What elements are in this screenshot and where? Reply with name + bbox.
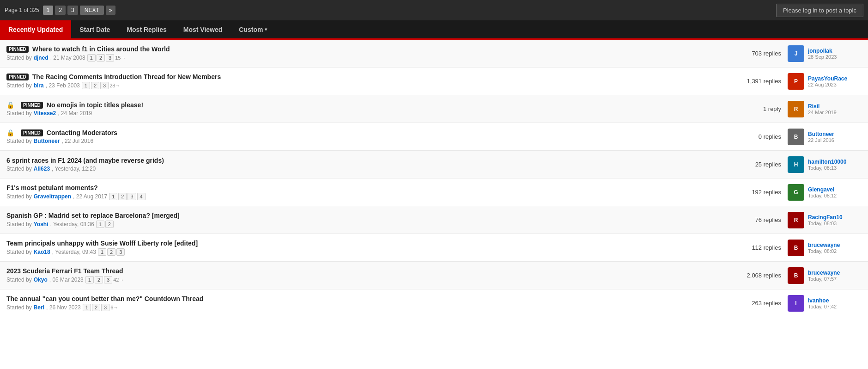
last-poster-username[interactable]: RacingFan10 <box>808 214 843 221</box>
table-row: Spanish GP : Madrid set to replace Barce… <box>0 206 868 234</box>
last-post-date: 24 Mar 2019 <box>808 110 837 115</box>
topic-start-date: , 23 Feb 2003 <box>46 82 80 89</box>
topic-start-date: , 21 May 2008 <box>50 55 85 61</box>
lock-icon: 🔒 <box>6 129 14 136</box>
topic-page-link[interactable]: 2 <box>91 82 99 89</box>
topic-title[interactable]: Spanish GP : Madrid set to replace Barce… <box>6 212 180 219</box>
started-by-username[interactable]: Okyo <box>34 277 48 283</box>
started-by-username[interactable]: Vitesse2 <box>34 110 56 117</box>
topic-page-link[interactable]: 2 <box>118 193 127 200</box>
topic-title-row: PINNED The Racing Comments Introduction … <box>6 73 728 80</box>
topic-page-link[interactable]: 1 <box>85 276 94 283</box>
page-links: 12 <box>96 221 114 228</box>
topic-page-link[interactable]: 3 <box>116 248 125 256</box>
login-button[interactable]: Please log in to post a topic <box>776 4 863 17</box>
last-poster-username[interactable]: Buttoneer <box>808 131 834 137</box>
topic-user: P PayasYouRace 22 Aug 2023 <box>788 73 862 90</box>
topic-page-link[interactable]: 1 <box>96 221 104 228</box>
tab-start-date[interactable]: Start Date <box>71 20 118 38</box>
avatar-inner: B <box>788 267 804 284</box>
topic-meta: Started by bira , 23 Feb 2003 12328→ <box>6 82 728 89</box>
page-1-btn[interactable]: 1 <box>43 6 54 15</box>
topic-title[interactable]: Where to watch f1 in Cities around the W… <box>32 45 170 53</box>
started-by-username[interactable]: bira <box>34 82 44 89</box>
started-by-username[interactable]: Beri <box>34 304 44 311</box>
avatar-inner: I <box>788 295 804 312</box>
topic-user: G Glengavel Today, 08:12 <box>788 184 862 201</box>
topic-page-link[interactable]: 2 <box>107 248 115 256</box>
avatar-inner: R <box>788 212 804 228</box>
topic-title-row: 🔒 PINNED No emojis in topic titles pleas… <box>6 101 728 109</box>
topic-meta: Started by djned , 21 May 2008 12315→ <box>6 54 728 62</box>
started-by-label: Started by <box>6 277 32 283</box>
topic-page-link[interactable]: 4 <box>137 193 146 200</box>
last-poster-username[interactable]: Glengavel <box>808 186 837 193</box>
last-poster-username[interactable]: PayasYouRace <box>808 75 847 82</box>
topic-page-link[interactable]: 3 <box>101 304 109 311</box>
topic-title[interactable]: Team principals unhappy with Susie Wolff… <box>6 240 198 247</box>
avatar: P <box>788 73 804 90</box>
next-arrow-btn[interactable]: » <box>106 6 115 15</box>
page-3-btn[interactable]: 3 <box>67 6 78 15</box>
replies-count: 25 replies <box>728 161 781 168</box>
started-by-username[interactable]: Graveltrappen <box>34 193 71 200</box>
user-info: Risil 24 Mar 2019 <box>808 103 837 115</box>
tab-recently-updated[interactable]: Recently Updated <box>0 20 71 38</box>
avatar-inner: J <box>788 45 804 62</box>
avatar-inner: G <box>788 184 804 201</box>
topic-page-link[interactable]: 2 <box>92 304 100 311</box>
topic-title[interactable]: 6 sprint races in F1 2024 (and maybe rev… <box>6 157 164 164</box>
topic-user: H hamilton10000 Today, 08:13 <box>788 156 862 173</box>
started-by-label: Started by <box>6 304 32 311</box>
page-2-btn[interactable]: 2 <box>55 6 66 15</box>
topic-replies: 1 reply <box>728 105 788 112</box>
last-poster-username[interactable]: hamilton10000 <box>808 159 846 165</box>
topic-page-link[interactable]: 1 <box>98 248 106 256</box>
started-by-username[interactable]: Yoshi <box>34 221 49 228</box>
topic-page-link[interactable]: 2 <box>105 221 114 228</box>
topic-page-link[interactable]: 1 <box>82 82 90 89</box>
next-btn[interactable]: NEXT <box>80 6 104 15</box>
topic-page-link[interactable]: 2 <box>97 54 105 62</box>
started-by-username[interactable]: Ali623 <box>34 166 50 172</box>
topic-title[interactable]: The Racing Comments Introduction Thread … <box>32 73 221 80</box>
topic-user: J jonpollak 28 Sep 2023 <box>788 45 862 62</box>
topic-title[interactable]: The annual "can you count better than me… <box>6 295 203 302</box>
topic-page-link[interactable]: 3 <box>100 82 109 89</box>
topic-main: 🔒 PINNED Contacting Moderators Started b… <box>6 129 728 144</box>
topic-title[interactable]: Contacting Moderators <box>47 129 117 136</box>
last-poster-username[interactable]: jonpollak <box>808 48 837 54</box>
topic-page-link[interactable]: 1 <box>83 304 91 311</box>
last-poster-username[interactable]: Risil <box>808 103 837 110</box>
tab-most-viewed[interactable]: Most Viewed <box>175 20 231 38</box>
topic-page-link[interactable]: 3 <box>127 193 136 200</box>
avatar: G <box>788 184 804 201</box>
replies-count: 2,068 replies <box>728 272 781 279</box>
topic-title[interactable]: F1's most petulant moments? <box>6 184 98 191</box>
topic-page-link[interactable]: 1 <box>109 193 117 200</box>
avatar: B <box>788 240 804 256</box>
topic-replies: 263 replies <box>728 300 788 307</box>
table-row: F1's most petulant moments? Started by G… <box>0 178 868 206</box>
started-by-username[interactable]: Kao18 <box>34 249 50 255</box>
topic-list: PINNED Where to watch f1 in Cities aroun… <box>0 40 868 317</box>
topic-title[interactable]: No emojis in topic titles please! <box>47 101 143 109</box>
page-label: Page 1 of 325 <box>5 7 39 13</box>
topic-title[interactable]: 2023 Scuderia Ferrari F1 Team Thread <box>6 267 123 275</box>
topic-start-date: , Yesterday, 12:20 <box>52 166 96 172</box>
top-bar: Page 1 of 325 1 2 3 NEXT » Please log in… <box>0 0 868 20</box>
tab-most-replies[interactable]: Most Replies <box>118 20 175 38</box>
started-by-username[interactable]: Buttoneer <box>34 138 60 144</box>
topic-main: PINNED Where to watch f1 in Cities aroun… <box>6 45 728 62</box>
topic-replies: 1,391 replies <box>728 78 788 85</box>
topic-page-link[interactable]: 3 <box>104 276 112 283</box>
topic-page-link[interactable]: 2 <box>95 276 103 283</box>
last-poster-username[interactable]: brucewayne <box>808 270 840 276</box>
started-by-username[interactable]: djned <box>34 55 49 61</box>
topic-page-link[interactable]: 1 <box>87 54 96 62</box>
last-poster-username[interactable]: Ivanhoe <box>808 297 837 304</box>
last-poster-username[interactable]: brucewayne <box>808 242 840 248</box>
tab-bar: Recently Updated Start Date Most Replies… <box>0 20 868 40</box>
topic-page-link[interactable]: 3 <box>106 54 114 62</box>
tab-custom[interactable]: Custom ▾ <box>231 20 275 38</box>
